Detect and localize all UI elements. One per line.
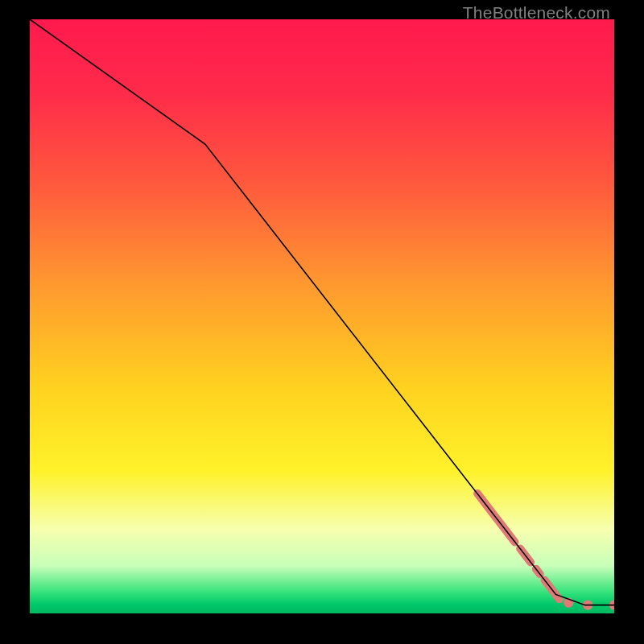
gradient-background [30, 19, 614, 613]
plot-area [30, 19, 614, 613]
chart-svg [30, 19, 614, 613]
chart-stage: TheBottleneck.com [0, 0, 644, 644]
